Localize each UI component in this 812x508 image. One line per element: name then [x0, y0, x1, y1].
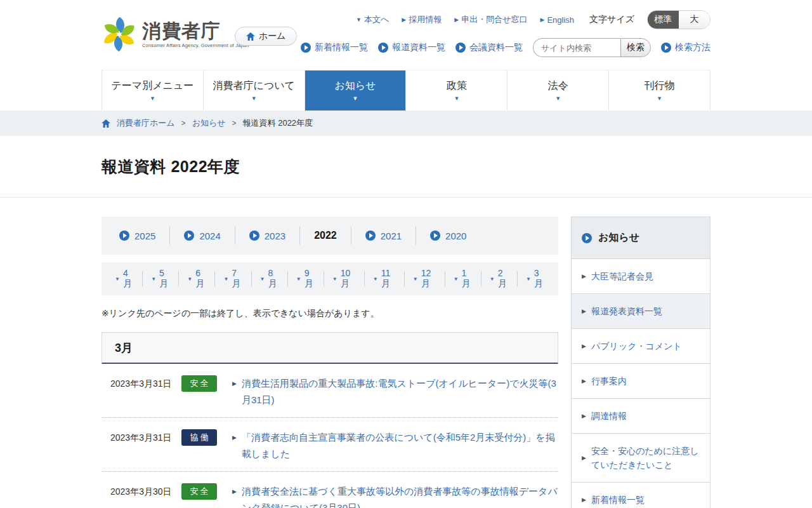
- sidebar-news: お知らせ ▶ 大臣等記者会見 ▶ 報道発表資料一覧 ▶ パブリック・コメント ▶…: [571, 217, 710, 508]
- tab-about-caa[interactable]: 消費者庁について▼: [204, 70, 305, 110]
- breadcrumb-news-link[interactable]: お知らせ: [192, 117, 226, 129]
- chevron-down-icon: ▼: [251, 95, 257, 102]
- font-size-label: 文字サイズ: [589, 14, 634, 25]
- month-link-jul[interactable]: ▼7月: [215, 271, 251, 286]
- chevron-right-icon: ▶: [402, 17, 406, 23]
- year-link-2024[interactable]: 2024: [170, 227, 235, 244]
- font-size-standard-button[interactable]: 標準: [648, 11, 679, 29]
- home-button[interactable]: ホーム: [235, 27, 297, 46]
- month-link-jan[interactable]: ▼1月: [445, 271, 481, 286]
- status-badge-safety: 安全: [181, 375, 217, 392]
- chevron-down-icon: ▼: [454, 276, 459, 282]
- tab-theme-menu[interactable]: テーマ別メニュー▼: [102, 70, 204, 110]
- year-tabs: 2025 2024 2023 2022 2021: [102, 217, 558, 255]
- site-logo[interactable]: 消費者庁 Consumer Affairs Agency, Government…: [102, 17, 249, 52]
- circle-arrow-icon: [582, 233, 592, 243]
- breadcrumb-home-link[interactable]: 消費者庁ホーム: [117, 117, 175, 129]
- year-link-2023[interactable]: 2023: [235, 227, 300, 244]
- sidebar-item-procurement[interactable]: ▶ 調達情報: [572, 399, 710, 434]
- circle-arrow-icon: [378, 43, 388, 53]
- sidebar-item-new-info-list[interactable]: ▶ 新着情報一覧: [572, 483, 710, 508]
- chevron-right-icon: ▶: [454, 17, 459, 23]
- news-link[interactable]: 消費生活用製品の重大製品事故:電気ストーブ(オイルヒーター)で火災等(3月31日…: [242, 375, 558, 408]
- link-search-help[interactable]: 検索方法: [661, 42, 710, 53]
- triangle-right-icon: ▶: [582, 455, 586, 461]
- tab-publications[interactable]: 刊行物▼: [609, 70, 710, 110]
- page: 消費者庁 Consumer Affairs Agency, Government…: [0, 0, 812, 508]
- triangle-right-icon: ▶: [582, 273, 586, 279]
- month-tabs: ▼4月 ▼5月 ▼6月 ▼7月 ▼8月 ▼9月 ▼10月 ▼11月 ▼12月 ▼…: [102, 262, 558, 295]
- link-press-list[interactable]: 報道資料一覧: [378, 42, 445, 53]
- news-row: 2023年3月31日 協働 ▶ 「消費者志向自主宣言事業者の公表について(令和5…: [102, 418, 558, 472]
- circle-arrow-icon: [365, 231, 376, 241]
- link-to-content[interactable]: ▼ 本文へ: [356, 14, 389, 25]
- chevron-down-icon: ▼: [373, 276, 378, 282]
- circle-arrow-icon: [249, 231, 259, 241]
- month-link-may[interactable]: ▼5月: [143, 271, 179, 286]
- sidebar-item-safety-cautions[interactable]: ▶ 安全・安心のために注意していただきたいこと: [572, 434, 710, 483]
- tab-laws[interactable]: 法令▼: [508, 70, 609, 110]
- sidebar-item-events[interactable]: ▶ 行事案内: [572, 364, 710, 399]
- month-link-aug[interactable]: ▼8月: [252, 271, 288, 286]
- triangle-right-icon: ▶: [232, 375, 237, 392]
- link-recruit[interactable]: ▶ 採用情報: [402, 14, 442, 25]
- sidebar-title: お知らせ: [598, 231, 639, 244]
- chevron-down-icon: ▼: [187, 276, 192, 282]
- main-content: 2025 2024 2023 2022 2021: [102, 217, 558, 508]
- sidebar-item-public-comment[interactable]: ▶ パブリック・コメント: [572, 329, 710, 364]
- sidebar-header[interactable]: お知らせ: [572, 217, 710, 259]
- chevron-down-icon: ▼: [413, 276, 418, 282]
- triangle-right-icon: ▶: [582, 413, 586, 419]
- month-link-feb[interactable]: ▼2月: [481, 271, 518, 286]
- tab-policy[interactable]: 政策▼: [406, 70, 508, 110]
- chevron-down-icon: ▼: [353, 95, 358, 102]
- breadcrumb-separator: >: [232, 119, 237, 128]
- search-input[interactable]: [533, 38, 620, 57]
- chevron-right-icon: ▶: [540, 17, 544, 23]
- home-icon: [102, 119, 110, 128]
- site-header: 消費者庁 Consumer Affairs Agency, Government…: [0, 0, 812, 70]
- search-button[interactable]: 検索: [620, 38, 651, 57]
- font-size-large-button[interactable]: 大: [679, 11, 710, 29]
- site-search: 検索: [533, 38, 651, 57]
- chevron-down-icon: ▼: [657, 95, 662, 102]
- month-section-title: 3月: [115, 340, 133, 356]
- global-nav: テーマ別メニュー▼ 消費者庁について▼ お知らせ▼ 政策▼ 法令▼ 刊行物▼: [102, 70, 710, 110]
- news-date: 2023年3月31日: [110, 429, 181, 446]
- year-link-2025[interactable]: 2025: [105, 227, 170, 244]
- chevron-down-icon: ▼: [115, 276, 120, 282]
- month-link-mar[interactable]: ▼3月: [518, 271, 553, 286]
- sidebar-item-press-release-list[interactable]: ▶ 報道発表資料一覧: [572, 294, 710, 329]
- circle-arrow-icon: [301, 43, 311, 53]
- font-size-switch: 標準 大: [647, 10, 710, 29]
- link-meeting-list[interactable]: 会議資料一覧: [455, 42, 523, 53]
- month-link-sep[interactable]: ▼9月: [288, 271, 324, 286]
- sidebar-item-press-conference[interactable]: ▶ 大臣等記者会見: [572, 259, 710, 294]
- circle-arrow-icon: [430, 231, 440, 241]
- year-current-2022: 2022: [300, 227, 351, 244]
- month-link-oct[interactable]: ▼10月: [324, 271, 365, 286]
- month-link-nov[interactable]: ▼11月: [365, 271, 405, 286]
- chevron-down-icon: ▼: [223, 276, 228, 282]
- month-link-apr[interactable]: ▼4月: [107, 271, 143, 286]
- site-title: 消費者庁: [142, 20, 249, 41]
- link-new-info-list[interactable]: 新着情報一覧: [301, 42, 368, 53]
- title-band: 報道資料 2022年度: [0, 136, 812, 197]
- news-date: 2023年3月30日: [110, 483, 181, 500]
- month-link-jun[interactable]: ▼6月: [179, 271, 215, 286]
- chevron-down-icon: ▼: [150, 95, 155, 102]
- month-link-dec[interactable]: ▼12月: [405, 271, 445, 286]
- tab-news[interactable]: お知らせ▼: [305, 70, 407, 110]
- link-contact[interactable]: ▶ 申出・問合せ窓口: [454, 14, 527, 25]
- page-title: 報道資料 2022年度: [102, 156, 240, 177]
- circle-arrow-icon: [661, 43, 671, 53]
- news-link[interactable]: 消費者安全法に基づく重大事故等以外の消費者事故等の事故情報データバンク登録につい…: [242, 483, 558, 508]
- triangle-right-icon: ▶: [582, 497, 586, 503]
- link-english[interactable]: ▶ English: [540, 15, 574, 25]
- chevron-down-icon: ▼: [555, 95, 561, 102]
- news-link[interactable]: 「消費者志向自主宣言事業者の公表について(令和5年2月末受付分)」を掲載しました: [242, 429, 558, 462]
- year-link-2021[interactable]: 2021: [351, 227, 416, 244]
- chevron-down-icon: ▼: [296, 276, 301, 282]
- year-link-2020[interactable]: 2020: [416, 227, 480, 244]
- triangle-right-icon: ▶: [232, 483, 237, 500]
